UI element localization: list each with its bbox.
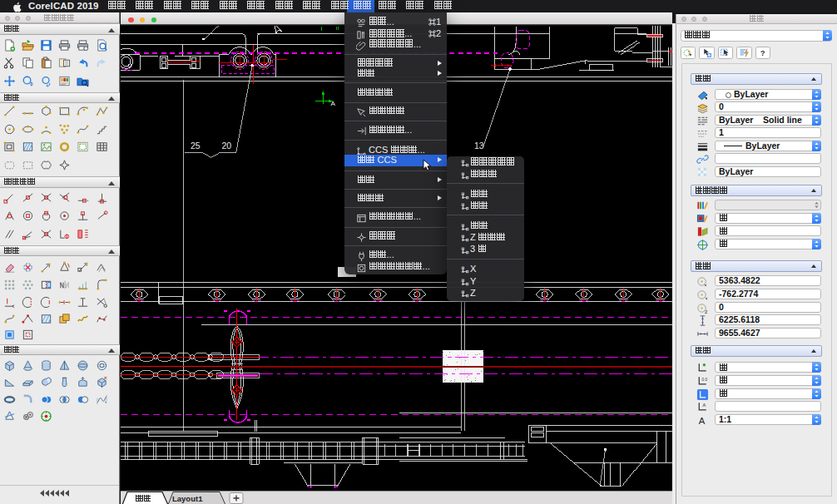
svg-text:20: 20 — [222, 141, 232, 151]
svg-text:?: ? — [760, 48, 765, 57]
svg-text:25: 25 — [191, 141, 201, 151]
svg-text:A: A — [699, 416, 706, 426]
svg-text:A: A — [331, 100, 336, 107]
svg-text:0.0: 0.0 — [702, 378, 708, 382]
svg-text:A: A — [703, 403, 706, 408]
svg-text:13: 13 — [474, 141, 484, 151]
